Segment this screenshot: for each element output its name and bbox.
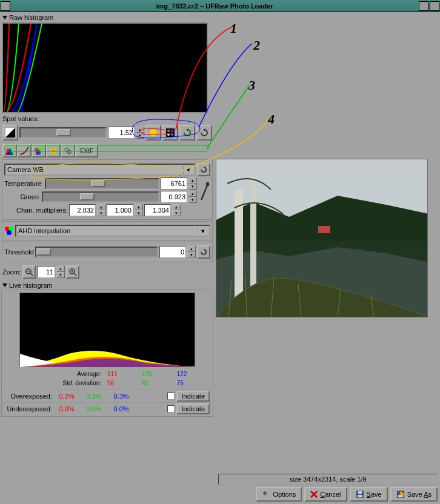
- under-checkbox[interactable]: [167, 405, 175, 413]
- floppy-edit-icon: [396, 490, 405, 499]
- wrench-icon: [262, 490, 270, 499]
- chevron-down-icon: [2, 284, 7, 287]
- svg-line-22: [30, 273, 33, 276]
- under-indicate-button[interactable]: Indicate: [176, 403, 210, 414]
- minimize-button[interactable]: [419, 1, 428, 11]
- options-button[interactable]: Options: [256, 487, 302, 502]
- preview-image[interactable]: [216, 159, 428, 317]
- zoom-in-button[interactable]: [66, 265, 79, 279]
- window-menu-button[interactable]: [1, 1, 10, 11]
- svg-line-25: [74, 273, 76, 276]
- tab-wb[interactable]: [2, 144, 17, 158]
- threshold-label: Threshold: [4, 248, 34, 256]
- interpolation-panel: AHD interpolation▾: [2, 221, 213, 240]
- interpolation-icon: [4, 226, 14, 236]
- threshold-slider[interactable]: [35, 247, 158, 257]
- svg-rect-43: [358, 491, 362, 494]
- svg-point-20: [7, 230, 12, 235]
- annotation-4: 4: [268, 111, 275, 127]
- chan-r[interactable]: [69, 204, 96, 216]
- zoom-label: Zoom:: [2, 268, 21, 276]
- annotation-overlay: [212, 13, 436, 165]
- temperature-spinner[interactable]: ▴▾: [188, 177, 197, 190]
- chan-b[interactable]: [144, 204, 171, 216]
- svg-point-7: [171, 133, 173, 136]
- over-label: Overexposed:: [5, 393, 52, 400]
- tab-exif[interactable]: EXIF: [75, 144, 98, 158]
- raw-histogram-expander[interactable]: Raw histogram: [1, 13, 213, 22]
- save-as-button[interactable]: Save As: [390, 487, 438, 502]
- zoom-value[interactable]: [37, 266, 55, 278]
- green-value[interactable]: [161, 191, 187, 203]
- raw-histogram: [2, 22, 208, 113]
- chan-label: Chan. multipliers:: [4, 207, 68, 214]
- stats-table: Average:111120122 Std. deviation:566275: [3, 368, 212, 390]
- cancel-button[interactable]: Cancel: [304, 487, 347, 502]
- close-icon: [310, 491, 318, 498]
- svg-rect-42: [358, 495, 362, 497]
- interp-label: AHD interpolation: [18, 227, 70, 234]
- wb-preset-label: Camera WB: [7, 166, 44, 173]
- eyedropper-icon[interactable]: [199, 181, 209, 202]
- interpolation-combo[interactable]: AHD interpolation▾: [15, 225, 210, 237]
- wb-preset-combo[interactable]: Camera WB▾: [4, 164, 196, 176]
- wb-panel: Camera WB▾ Temperature ▴▾: [2, 159, 213, 220]
- tab-base-curve[interactable]: [17, 144, 32, 158]
- chevron-down-icon: [2, 16, 7, 19]
- exposure-toolbar: ▴▾: [1, 124, 213, 142]
- temperature-label: Temperature: [4, 180, 44, 187]
- temperature-value[interactable]: [161, 177, 187, 190]
- live-histogram: [19, 293, 195, 366]
- chan-g[interactable]: [107, 204, 133, 216]
- svg-rect-32: [318, 226, 330, 233]
- reset-wb-button[interactable]: [197, 163, 210, 176]
- tab-color-mgmt[interactable]: [32, 144, 46, 158]
- exposure-slider[interactable]: [19, 127, 107, 138]
- auto-exposure-icon[interactable]: [179, 125, 195, 141]
- green-slider[interactable]: [42, 191, 159, 202]
- reset-threshold-button[interactable]: [197, 245, 210, 259]
- exposure-value[interactable]: [108, 127, 135, 139]
- annotation-2: 2: [253, 38, 260, 53]
- svg-point-5: [171, 130, 173, 132]
- live-histogram-expander[interactable]: Live histogram: [1, 281, 213, 290]
- threshold-panel: Threshold ▴▾: [2, 242, 213, 262]
- green-spinner[interactable]: ▴▾: [188, 191, 197, 203]
- over-indicate-button[interactable]: Indicate: [176, 391, 210, 402]
- window-title: img_7832.cr2 – UFRaw Photo Loader: [11, 2, 418, 10]
- svg-rect-17: [206, 182, 209, 186]
- tab-corrections[interactable]: [46, 144, 61, 158]
- svg-point-13: [36, 150, 41, 155]
- size-status: size 3474x2314, scale 1/9: [218, 474, 438, 485]
- svg-point-16: [67, 150, 71, 154]
- over-checkbox[interactable]: [167, 393, 175, 400]
- green-label: Green: [4, 193, 41, 201]
- live-histogram-title: Live histogram: [9, 282, 53, 289]
- annotation-1: 1: [230, 21, 237, 36]
- zoom-out-button[interactable]: [22, 265, 36, 279]
- threshold-value[interactable]: [159, 246, 186, 258]
- floppy-icon: [356, 490, 364, 499]
- titlebar: img_7832.cr2 – UFRaw Photo Loader: [0, 0, 440, 12]
- under-label: Underexposed:: [5, 405, 52, 413]
- raw-histogram-title: Raw histogram: [9, 14, 53, 21]
- exposure-compensation-icon[interactable]: [2, 125, 18, 141]
- spot-values-label: Spot values:: [1, 114, 213, 124]
- svg-point-2: [150, 129, 157, 136]
- annotation-3: 3: [248, 78, 255, 93]
- maximize-button[interactable]: [430, 1, 439, 11]
- save-button[interactable]: Save: [350, 487, 388, 502]
- tab-crop[interactable]: [61, 144, 75, 158]
